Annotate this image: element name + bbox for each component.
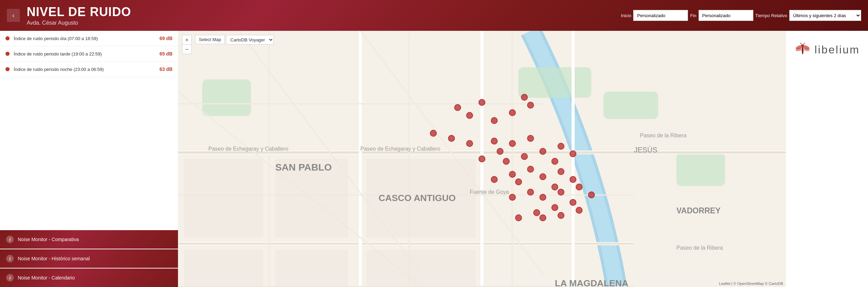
- noise-marker[interactable]: [509, 194, 516, 201]
- logo-inner: libelium: [794, 41, 860, 58]
- zoom-in-button[interactable]: +: [182, 35, 192, 45]
- noise-marker[interactable]: [509, 109, 516, 116]
- noise-marker[interactable]: [491, 138, 498, 145]
- svg-line-49: [800, 43, 802, 45]
- metric-label-night: Índice de ruido periodo noche (23:00 a 0…: [14, 67, 159, 72]
- noise-marker[interactable]: [527, 189, 534, 196]
- noise-marker[interactable]: [515, 214, 522, 221]
- svg-text:Paseo de la Ribera: Paseo de la Ribera: [640, 133, 687, 138]
- noise-marker[interactable]: [509, 140, 516, 147]
- noise-marker[interactable]: [539, 173, 546, 180]
- metric-dot-night: [5, 67, 10, 71]
- metric-label-day: Índice de ruido periodo día (07:00 a 18:…: [14, 36, 159, 41]
- svg-rect-26: [184, 250, 263, 287]
- metric-value-night: 63 dB: [159, 66, 173, 72]
- noise-marker[interactable]: [466, 112, 473, 119]
- noise-marker[interactable]: [551, 204, 558, 211]
- metric-value-day: 69 dB: [159, 36, 173, 41]
- tiempo-select[interactable]: Últimos y siguientes 2 días Última hora …: [789, 10, 861, 21]
- dragonfly-icon: [794, 41, 811, 58]
- inicio-label: Inicio: [621, 13, 631, 18]
- header-controls: Inicio Fin Tiempo Relativo Últimos y sig…: [621, 10, 861, 21]
- svg-text:JESÚS: JESÚS: [634, 146, 658, 154]
- noise-marker[interactable]: [527, 135, 534, 142]
- noise-marker[interactable]: [430, 130, 437, 137]
- noise-marker[interactable]: [521, 153, 528, 160]
- noise-marker[interactable]: [448, 135, 455, 142]
- svg-rect-4: [676, 152, 725, 186]
- comparativa-label: Noise Monitor - Comparativa: [18, 237, 79, 242]
- metric-row-evening[interactable]: Índice de ruido periodo tarde (19:00 a 2…: [0, 46, 178, 62]
- svg-rect-28: [367, 250, 476, 287]
- inicio-input[interactable]: [633, 10, 688, 21]
- noise-marker[interactable]: [570, 150, 576, 157]
- noise-marker[interactable]: [576, 184, 583, 190]
- noise-marker[interactable]: [588, 191, 595, 198]
- noise-marker[interactable]: [551, 158, 558, 165]
- noise-marker[interactable]: [558, 143, 564, 150]
- noise-marker[interactable]: [491, 176, 498, 183]
- calendario-button[interactable]: i Noise Monitor - Calendario: [0, 269, 178, 287]
- noise-marker[interactable]: [539, 194, 546, 201]
- back-button[interactable]: ‹: [7, 9, 20, 22]
- noise-marker[interactable]: [558, 189, 564, 196]
- header: ‹ NIVEL DE RUIDO Avda. César Augusto Ini…: [0, 0, 868, 31]
- tiempo-label: Tiempo Relativo: [755, 13, 787, 18]
- fin-input[interactable]: [699, 10, 753, 21]
- map-controls: + −: [182, 35, 192, 54]
- noise-marker[interactable]: [509, 171, 516, 178]
- noise-marker[interactable]: [576, 207, 583, 214]
- historico-label: Noise Monitor - Histórico semanal: [18, 256, 90, 261]
- noise-marker[interactable]: [521, 94, 528, 101]
- map-container: SAN PABLO CASCO ANTIGUO LA MAGDALENA VAD…: [178, 31, 786, 287]
- fin-label: Fin: [690, 13, 696, 18]
- svg-rect-23: [184, 159, 263, 238]
- noise-marker[interactable]: [497, 148, 503, 155]
- sidebar-spacer: [0, 77, 178, 229]
- noise-marker[interactable]: [551, 184, 558, 190]
- header-title-block: NIVEL DE RUIDO Avda. César Augusto: [27, 5, 131, 26]
- metric-row-night[interactable]: Índice de ruido periodo noche (23:00 a 0…: [0, 62, 178, 77]
- noise-marker[interactable]: [503, 158, 510, 165]
- logo-text: libelium: [815, 43, 860, 56]
- svg-text:VADORREY: VADORREY: [676, 206, 721, 215]
- metric-value-evening: 65 dB: [159, 51, 173, 57]
- noise-marker[interactable]: [527, 166, 534, 173]
- noise-marker[interactable]: [491, 117, 498, 124]
- svg-text:SAN PABLO: SAN PABLO: [275, 162, 332, 173]
- select-map-button[interactable]: Select Map: [195, 35, 225, 44]
- svg-text:Paseo de Echegaray y Caballero: Paseo de Echegaray y Caballero: [360, 146, 441, 152]
- svg-text:CASCO ANTIGUO: CASCO ANTIGUO: [379, 193, 456, 203]
- noise-marker[interactable]: [558, 168, 564, 175]
- map-attribution: Leaflet | © OpenStreetMap © CartoDB: [719, 282, 783, 286]
- noise-marker[interactable]: [570, 199, 576, 206]
- svg-text:LA MAGDALENA: LA MAGDALENA: [555, 278, 628, 287]
- noise-marker[interactable]: [478, 99, 485, 106]
- zoom-out-button[interactable]: −: [182, 45, 192, 54]
- map-layer-select[interactable]: CartoDB Voyager OpenStreetMap Satellite: [226, 35, 274, 45]
- noise-marker[interactable]: [478, 155, 485, 162]
- noise-marker[interactable]: [558, 212, 564, 219]
- noise-marker[interactable]: [539, 214, 546, 221]
- svg-rect-27: [275, 250, 348, 287]
- noise-marker[interactable]: [466, 140, 473, 147]
- metric-row-day[interactable]: Índice de ruido periodo día (07:00 a 18:…: [0, 31, 178, 46]
- sidebar: Índice de ruido periodo día (07:00 a 18:…: [0, 31, 178, 287]
- svg-rect-2: [519, 67, 591, 98]
- info-icon-calendario: i: [6, 274, 14, 282]
- noise-marker[interactable]: [454, 104, 461, 111]
- noise-marker[interactable]: [570, 176, 576, 183]
- svg-text:Fuente de Goya: Fuente de Goya: [470, 189, 509, 195]
- noise-marker[interactable]: [527, 102, 534, 109]
- noise-marker[interactable]: [533, 209, 540, 216]
- svg-text:Paseo de Echegaray y Caballero: Paseo de Echegaray y Caballero: [208, 146, 289, 152]
- comparativa-button[interactable]: i Noise Monitor - Comparativa: [0, 230, 178, 249]
- main-container: Índice de ruido periodo día (07:00 a 18:…: [0, 31, 868, 287]
- historico-button[interactable]: i Noise Monitor - Histórico semanal: [0, 249, 178, 268]
- logo-panel: libelium: [786, 31, 868, 287]
- noise-marker[interactable]: [539, 148, 546, 155]
- noise-marker[interactable]: [515, 178, 522, 185]
- svg-line-50: [803, 43, 805, 45]
- page-title: NIVEL DE RUIDO: [27, 5, 131, 19]
- page-subtitle: Avda. César Augusto: [27, 20, 131, 26]
